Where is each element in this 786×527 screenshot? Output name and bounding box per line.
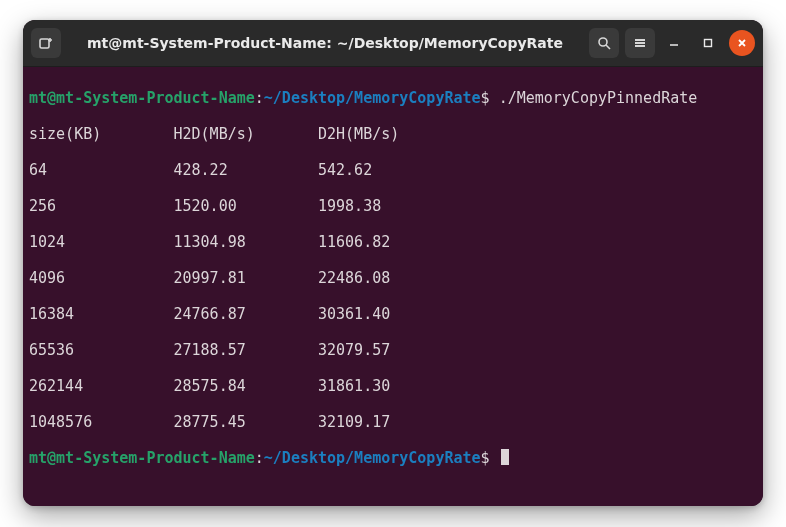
prompt-line-2: mt@mt-System-Product-Name:~/Desktop/Memo… [29, 449, 757, 467]
new-tab-button[interactable] [31, 28, 61, 58]
terminal-body[interactable]: mt@mt-System-Product-Name:~/Desktop/Memo… [23, 67, 763, 506]
window-controls [661, 30, 755, 56]
prompt-userhost: mt@mt-System-Product-Name [29, 449, 255, 467]
prompt-symbol: $ [481, 89, 490, 107]
prompt-path: ~/Desktop/MemoryCopyRate [264, 89, 481, 107]
titlebar: mt@mt-System-Product-Name: ~/Desktop/Mem… [23, 20, 763, 67]
col-d2h: D2H(MB/s) [318, 125, 399, 143]
table-row: 1048576 28775.45 32109.17 [29, 413, 757, 431]
search-button[interactable] [589, 28, 619, 58]
prompt-sep: : [255, 449, 264, 467]
prompt-symbol: $ [481, 449, 490, 467]
col-size: size(KB) [29, 125, 174, 143]
table-row: 64 428.22 542.62 [29, 161, 757, 179]
table-row: 1024 11304.98 11606.82 [29, 233, 757, 251]
window-title: mt@mt-System-Product-Name: ~/Desktop/Mem… [67, 35, 583, 51]
svg-rect-0 [40, 39, 49, 48]
prompt-line-1: mt@mt-System-Product-Name:~/Desktop/Memo… [29, 89, 757, 107]
table-row: 16384 24766.87 30361.40 [29, 305, 757, 323]
close-button[interactable] [729, 30, 755, 56]
cursor [501, 449, 509, 465]
maximize-button[interactable] [695, 30, 721, 56]
svg-rect-2 [705, 40, 712, 47]
prompt-path: ~/Desktop/MemoryCopyRate [264, 449, 481, 467]
col-h2d: H2D(MB/s) [174, 125, 319, 143]
table-row: 4096 20997.81 22486.08 [29, 269, 757, 287]
prompt-userhost: mt@mt-System-Product-Name [29, 89, 255, 107]
command-text: ./MemoryCopyPinnedRate [499, 89, 698, 107]
menu-button[interactable] [625, 28, 655, 58]
svg-point-1 [599, 38, 607, 46]
prompt-sep: : [255, 89, 264, 107]
table-row: 262144 28575.84 31861.30 [29, 377, 757, 395]
minimize-button[interactable] [661, 30, 687, 56]
terminal-window: mt@mt-System-Product-Name: ~/Desktop/Mem… [23, 20, 763, 506]
table-row: 256 1520.00 1998.38 [29, 197, 757, 215]
output-header: size(KB) H2D(MB/s) D2H(MB/s) [29, 125, 757, 143]
table-row: 65536 27188.57 32079.57 [29, 341, 757, 359]
